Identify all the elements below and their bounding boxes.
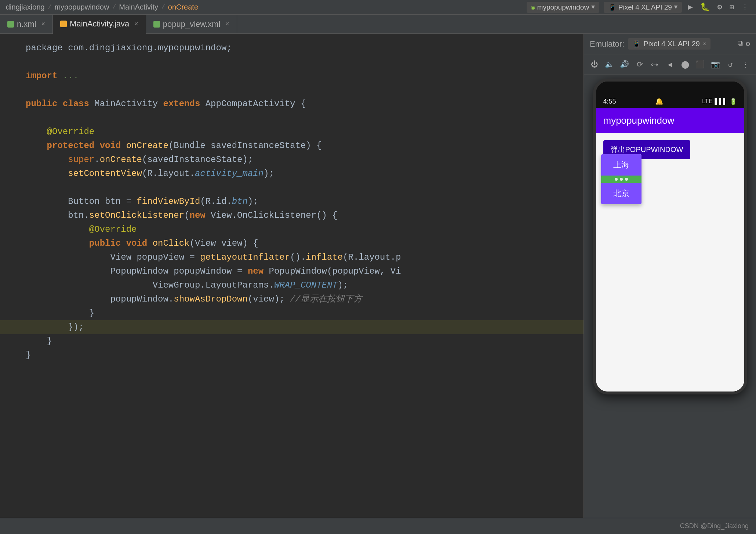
chevron-down-icon-2: ▼ <box>674 4 678 11</box>
phone-container: 4:55 🔔 LTE ▌▌▌ 🔋 mypopupwindow <box>584 75 756 518</box>
fold-icon[interactable]: ⧟ <box>649 58 661 71</box>
power-icon[interactable]: ⏻ <box>588 58 600 71</box>
popup-dots <box>601 176 641 183</box>
breadcrumb-oncreate[interactable]: onCreate <box>168 3 198 11</box>
code-content-oncreate: protected void onCreate(Bundle savedInst… <box>22 139 584 153</box>
code-content-closebrace3: } <box>22 348 584 362</box>
code-content-setcontent: setContentView(R.layout.activity_main); <box>22 167 584 181</box>
code-content-super: super.onCreate(savedInstanceState); <box>22 153 584 167</box>
footer-text: CSDN @Ding_Jiaxiong <box>680 522 749 530</box>
breadcrumb-mypopupwindow[interactable]: mypopupwindow <box>54 3 109 11</box>
phone-small-icon: 📱 <box>632 40 640 48</box>
emulator-tab-close[interactable]: × <box>703 41 706 47</box>
more-icon[interactable]: ⋮ <box>740 1 750 13</box>
code-line-super: super.onCreate(savedInstanceState); <box>0 153 584 167</box>
layout-icon[interactable]: ⊞ <box>728 1 735 13</box>
emulator-window-controls: ⧉ ⚙ <box>738 39 750 48</box>
xml-icon-1 <box>7 21 14 28</box>
emulator-controls: ⏻ 🔈 🔊 ⟳ ⧟ ◀ ⬤ ⬛ 📷 ↺ ⋮ <box>584 54 756 75</box>
pixel-dropdown[interactable]: 📱 Pixel 4 XL API 29 ▼ <box>604 2 682 13</box>
tab-mainactivity[interactable]: MainActivity.java × <box>53 15 146 34</box>
code-line-closebrace3: } <box>0 348 584 362</box>
code-content-blank1 <box>22 55 584 69</box>
tab-mainactivity-close[interactable]: × <box>134 20 138 28</box>
code-content-closebrace1: } <box>22 306 584 320</box>
code-content-showdropdown: popupWindow.showAsDropDown(view); //显示在按… <box>22 292 584 306</box>
code-line-setcontent: setContentView(R.layout.activity_main); <box>0 167 584 181</box>
run-icon[interactable]: ▶ <box>686 1 694 14</box>
emulator-toolbar: Emulator: 📱 Pixel 4 XL API 29 × ⧉ ⚙ <box>584 34 756 54</box>
settings-icon[interactable]: ⚙ <box>716 1 724 14</box>
code-content-onclick: public void onClick(View view) { <box>22 237 584 250</box>
tab-popupxml-close[interactable]: × <box>225 20 229 28</box>
refresh-icon[interactable]: ↺ <box>724 58 737 71</box>
main-area: package com.dingjiaxiong.mypopupwindow; … <box>0 34 756 518</box>
screenshot-icon[interactable]: 📷 <box>709 58 722 71</box>
more-options-icon[interactable]: ⋮ <box>739 58 752 71</box>
popup-window: 上海 北京 <box>601 154 641 204</box>
file-tabs-bar: n.xml × MainActivity.java × popup_view.x… <box>0 15 756 34</box>
phone-icon: 📱 <box>608 3 616 11</box>
code-content-blank4 <box>22 181 584 195</box>
dot-1 <box>615 178 618 181</box>
rotate-icon[interactable]: ⟳ <box>634 58 646 71</box>
app-toolbar: mypopupwindow <box>596 108 744 133</box>
volume-up-icon[interactable]: 🔊 <box>618 58 630 71</box>
home-icon[interactable]: ⬤ <box>679 58 691 71</box>
code-content-import: import ... <box>22 69 584 83</box>
maximize-icon[interactable]: ⧉ <box>738 39 743 48</box>
code-line-class: public class MainActivity extends AppCom… <box>0 97 584 111</box>
popup-item-shanghai[interactable]: 上海 <box>601 154 641 176</box>
emulator-device-name: Pixel 4 XL API 29 <box>643 40 700 48</box>
tab-popupxml[interactable]: popup_view.xml × <box>146 15 237 33</box>
status-time: 4:55 <box>603 98 616 105</box>
battery-icon: 🔋 <box>730 98 737 105</box>
code-line-wrapcontent: ViewGroup.LayoutParams.WRAP_CONTENT); <box>0 278 584 292</box>
breadcrumb-sep-2: / <box>112 4 116 11</box>
breadcrumb-mainactivity[interactable]: MainActivity <box>119 3 158 11</box>
emulator-device-tab[interactable]: 📱 Pixel 4 XL API 29 × <box>628 38 710 50</box>
code-line-1: package com.dingjiaxiong.mypopupwindow; <box>0 41 584 55</box>
tab-nxml[interactable]: n.xml × <box>0 15 53 33</box>
code-line-btn: Button btn = findViewById(R.id.btn); <box>0 195 584 209</box>
code-content-closeparen: }); <box>22 320 584 334</box>
code-line-import: import ... <box>0 69 584 83</box>
code-line-blank3 <box>0 111 584 125</box>
settings-gear-icon[interactable]: ⚙ <box>746 39 750 48</box>
code-line-popupview: View popupView = getLayoutInflater().inf… <box>0 250 584 264</box>
tab-nxml-close[interactable]: × <box>41 20 46 28</box>
code-line-onclick: public void onClick(View view) { <box>0 237 584 250</box>
code-line-closeparen: }); <box>0 320 584 334</box>
xml-icon-2 <box>153 21 160 28</box>
popup-item-beijing[interactable]: 北京 <box>601 183 641 204</box>
code-line-closebrace1: } <box>0 306 584 320</box>
tab-mainactivity-label: MainActivity.java <box>70 19 129 29</box>
code-line-override2: @Override <box>0 223 584 237</box>
stop-icon[interactable]: ⬛ <box>694 58 706 71</box>
app-content: 弹出POPUPWINDOW 上海 北京 <box>596 133 744 392</box>
top-right-controls: ◉ mypopupwindow ▼ 📱 Pixel 4 XL API 29 ▼ … <box>527 1 750 14</box>
java-icon <box>60 21 67 27</box>
phone-notch-bar <box>596 82 744 95</box>
emulator-panel: Emulator: 📱 Pixel 4 XL API 29 × ⧉ ⚙ ⏻ 🔈 … <box>584 34 756 518</box>
footer: CSDN @Ding_Jiaxiong <box>0 518 756 534</box>
dot-3 <box>625 178 628 181</box>
code-line-closebrace2: } <box>0 334 584 348</box>
debug-icon[interactable]: 🐛 <box>699 1 712 14</box>
code-line-showdropdown: popupWindow.showAsDropDown(view); //显示在按… <box>0 292 584 306</box>
phone-notch <box>652 84 688 92</box>
volume-down-icon[interactable]: 🔈 <box>603 58 615 71</box>
android-icon: ◉ <box>531 3 535 11</box>
code-content-popupview: View popupView = getLayoutInflater().inf… <box>22 250 584 264</box>
code-editor[interactable]: package com.dingjiaxiong.mypopupwindow; … <box>0 34 584 518</box>
code-content-btn: Button btn = findViewById(R.id.btn); <box>22 195 584 209</box>
device-dropdown[interactable]: ◉ mypopupwindow ▼ <box>527 2 599 13</box>
code-line-oncreate: protected void onCreate(Bundle savedInst… <box>0 139 584 153</box>
breadcrumb-dingjiaxiong[interactable]: dingjiaxiong <box>6 3 45 11</box>
code-line-override: @Override <box>0 125 584 139</box>
code-line-blank1 <box>0 55 584 69</box>
emulator-label: Emulator: <box>590 39 624 49</box>
code-content-closebrace2: } <box>22 334 584 348</box>
pixel-dropdown-label: Pixel 4 XL API 29 <box>618 3 672 11</box>
back-icon[interactable]: ◀ <box>664 58 676 71</box>
